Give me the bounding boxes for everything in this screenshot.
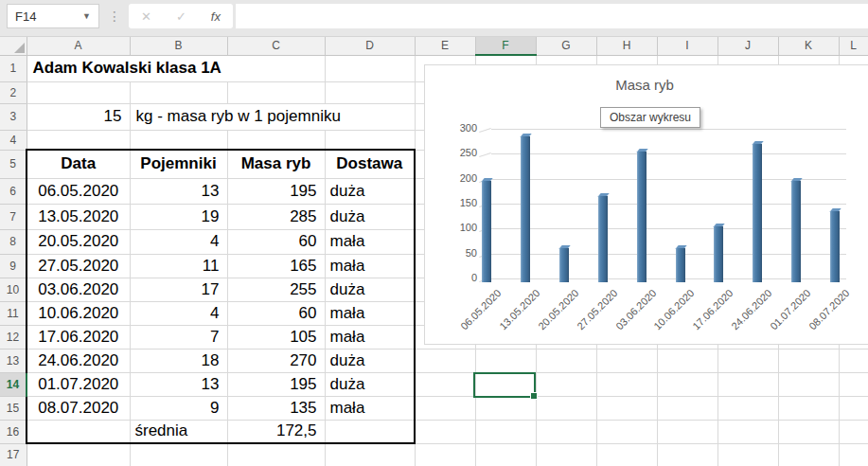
row-header-7[interactable]: 7: [0, 204, 27, 229]
cell-delivery[interactable]: duża: [325, 372, 415, 396]
column-header-a[interactable]: A: [27, 36, 130, 55]
cell[interactable]: [778, 420, 839, 443]
cell-date[interactable]: 10.06.2020: [27, 301, 130, 325]
selected-cell-outline[interactable]: [473, 372, 536, 398]
cell-date[interactable]: 24.06.2020: [27, 349, 130, 372]
chart-bar[interactable]: [714, 226, 723, 282]
cell[interactable]: [778, 372, 839, 396]
table-header-data[interactable]: Data: [27, 150, 130, 178]
cell-delivery[interactable]: duża: [325, 204, 415, 229]
column-header-b[interactable]: B: [130, 36, 227, 55]
cell[interactable]: [475, 443, 536, 466]
cell-mass[interactable]: 60: [227, 229, 325, 254]
cell-mass[interactable]: 60: [227, 301, 325, 325]
cell[interactable]: [596, 372, 657, 396]
table-header-pojemniki[interactable]: Pojemniki: [130, 150, 227, 178]
summary-value-cell[interactable]: 172,5: [227, 420, 325, 443]
cell-containers[interactable]: 4: [130, 229, 227, 254]
row-header-1[interactable]: 1: [0, 55, 27, 81]
cell[interactable]: [130, 81, 227, 103]
summary-empty-cell[interactable]: [27, 420, 130, 443]
cell[interactable]: [839, 349, 868, 372]
cell-date[interactable]: 27.05.2020: [27, 254, 130, 278]
column-header-e[interactable]: E: [415, 36, 475, 55]
chart-bar[interactable]: [482, 181, 491, 282]
row-header-16[interactable]: 16: [0, 420, 27, 443]
cell-mass[interactable]: 195: [227, 372, 325, 396]
cell-containers[interactable]: 18: [130, 349, 227, 372]
cell-delivery[interactable]: duża: [325, 278, 415, 301]
column-header-c[interactable]: C: [227, 36, 325, 55]
cell-containers[interactable]: 13: [130, 178, 227, 204]
note-text-cell[interactable]: kg - masa ryb w 1 pojemniku: [130, 103, 415, 130]
cell[interactable]: [717, 396, 778, 420]
cell[interactable]: [839, 443, 868, 466]
cell-delivery[interactable]: duża: [325, 178, 415, 204]
cell[interactable]: [778, 396, 839, 420]
fill-handle[interactable]: [530, 392, 538, 400]
cell-mass[interactable]: 105: [227, 325, 325, 349]
cell-mass[interactable]: 195: [227, 178, 325, 204]
column-header-k[interactable]: K: [778, 36, 839, 55]
row-header-17[interactable]: 17: [0, 443, 27, 466]
cell-delivery[interactable]: mała: [325, 254, 415, 278]
row-header-9[interactable]: 9: [0, 254, 27, 278]
cell[interactable]: [27, 130, 130, 150]
chart[interactable]: Masa ryb 05010015020025030006.05.202013.…: [424, 64, 868, 345]
cell[interactable]: [596, 396, 657, 420]
row-header-8[interactable]: 8: [0, 229, 27, 254]
column-header-d[interactable]: D: [325, 36, 415, 55]
cell[interactable]: [536, 372, 596, 396]
cell[interactable]: [415, 372, 475, 396]
cell-containers[interactable]: 4: [130, 301, 227, 325]
table-header-dostawa[interactable]: Dostawa: [325, 150, 415, 178]
cell[interactable]: [717, 443, 778, 466]
cell[interactable]: [227, 81, 325, 103]
cell[interactable]: [415, 396, 475, 420]
chart-bar[interactable]: [559, 248, 569, 282]
cell[interactable]: [657, 372, 717, 396]
chart-bar[interactable]: [791, 181, 801, 282]
cell-mass[interactable]: 255: [227, 278, 325, 301]
cell-containers[interactable]: 9: [130, 396, 227, 420]
cell[interactable]: [475, 349, 536, 372]
cell[interactable]: [657, 420, 717, 443]
cell[interactable]: [27, 81, 130, 103]
select-all-button[interactable]: [0, 36, 27, 55]
row-header-4[interactable]: 4: [0, 130, 27, 150]
chart-bar[interactable]: [753, 144, 762, 282]
chart-bar[interactable]: [830, 211, 840, 282]
cell-containers[interactable]: 17: [130, 278, 227, 301]
cell[interactable]: [475, 396, 536, 420]
column-header-j[interactable]: J: [717, 36, 778, 55]
cell[interactable]: [227, 443, 325, 466]
row-header-6[interactable]: 6: [0, 178, 27, 204]
table-header-masa-ryb[interactable]: Masa ryb: [227, 150, 325, 178]
formula-bar-input[interactable]: [236, 4, 868, 28]
cell-containers[interactable]: 13: [130, 372, 227, 396]
cell[interactable]: [657, 349, 717, 372]
cell[interactable]: [325, 55, 415, 81]
cell-mass[interactable]: 270: [227, 349, 325, 372]
column-header-g[interactable]: G: [536, 36, 596, 55]
chart-bar[interactable]: [637, 152, 647, 282]
row-header-15[interactable]: 15: [0, 396, 27, 420]
summary-label-cell[interactable]: średnia: [130, 420, 227, 443]
cell[interactable]: [536, 349, 596, 372]
cell[interactable]: [415, 443, 475, 466]
note-value-cell[interactable]: 15: [27, 103, 130, 130]
cell[interactable]: [657, 443, 717, 466]
cell-mass[interactable]: 135: [227, 396, 325, 420]
cell-date[interactable]: 17.06.2020: [27, 325, 130, 349]
cell[interactable]: [475, 420, 536, 443]
cell-date[interactable]: 08.07.2020: [27, 396, 130, 420]
row-header-11[interactable]: 11: [0, 301, 27, 325]
cell-delivery[interactable]: duża: [325, 349, 415, 372]
cell-mass[interactable]: 285: [227, 204, 325, 229]
column-header-f-selected[interactable]: F: [475, 36, 536, 55]
row-header-13[interactable]: 13: [0, 349, 27, 372]
row-header-10[interactable]: 10: [0, 278, 27, 301]
chart-bar[interactable]: [676, 248, 685, 282]
cell-containers[interactable]: 11: [130, 254, 227, 278]
cell-date[interactable]: 20.05.2020: [27, 229, 130, 254]
